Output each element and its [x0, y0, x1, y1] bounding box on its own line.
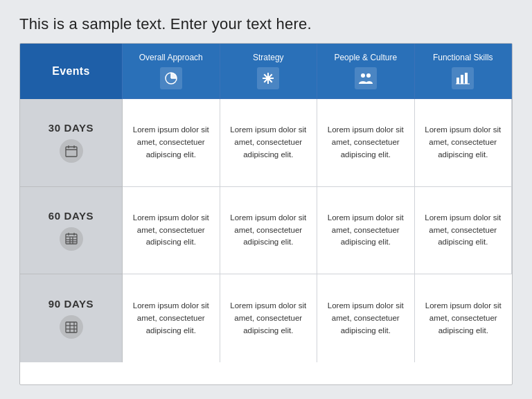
col-label-overall-approach: Overall Approach	[139, 53, 203, 64]
60-days-icon	[60, 227, 83, 251]
svg-point-9	[366, 73, 371, 78]
svg-rect-10	[456, 78, 459, 84]
cell-60-3: Lorem ipsum dolor sit amet, consectetuer…	[415, 187, 513, 275]
90-days-label: 90 DAYS	[48, 298, 94, 310]
overall-approach-icon	[160, 67, 182, 89]
col-label-functional-skills: Functional Skills	[433, 53, 493, 64]
cell-90-0: Lorem ipsum dolor sit amet, consectetuer…	[123, 274, 220, 362]
svg-rect-26	[66, 322, 77, 332]
cell-60-2: Lorem ipsum dolor sit amet, consectetuer…	[317, 187, 415, 275]
cell-30-2: Lorem ipsum dolor sit amet, consectetuer…	[317, 99, 415, 187]
col-label-people-culture: People & Culture	[334, 53, 397, 64]
col-header-overall-approach: Overall Approach	[123, 44, 220, 99]
col-header-people-culture: People & Culture	[317, 44, 415, 99]
cell-30-0: Lorem ipsum dolor sit amet, consectetuer…	[123, 99, 220, 187]
row-label-30-days: 30 DAYS	[20, 99, 123, 187]
cell-30-3: Lorem ipsum dolor sit amet, consectetuer…	[415, 99, 513, 187]
60-days-label: 60 DAYS	[48, 210, 94, 222]
table-grid: Events Overall Approach Strategy	[20, 44, 512, 384]
cell-60-1: Lorem ipsum dolor sit amet, consectetuer…	[220, 187, 318, 275]
90-days-icon	[60, 315, 83, 339]
strategy-icon	[257, 67, 279, 89]
events-header: Events	[20, 44, 123, 99]
page-wrapper: This is a sample text. Enter your text h…	[0, 0, 532, 399]
page-title: This is a sample text. Enter your text h…	[19, 15, 513, 33]
cell-90-3: Lorem ipsum dolor sit amet, consectetuer…	[415, 274, 513, 362]
main-table: Events Overall Approach Strategy	[19, 43, 513, 385]
people-icon	[355, 67, 377, 89]
cell-90-1: Lorem ipsum dolor sit amet, consectetuer…	[220, 274, 318, 362]
svg-rect-12	[465, 73, 468, 84]
row-label-60-days: 60 DAYS	[20, 187, 123, 275]
30-days-icon	[60, 139, 83, 163]
svg-rect-14	[66, 147, 77, 157]
cell-30-1: Lorem ipsum dolor sit amet, consectetuer…	[220, 99, 318, 187]
cell-90-2: Lorem ipsum dolor sit amet, consectetuer…	[317, 274, 415, 362]
events-label: Events	[52, 65, 89, 78]
svg-rect-11	[461, 75, 463, 84]
30-days-label: 30 DAYS	[48, 122, 94, 134]
svg-rect-18	[66, 234, 77, 244]
svg-point-8	[361, 73, 365, 78]
col-header-functional-skills: Functional Skills	[415, 44, 513, 99]
cell-60-0: Lorem ipsum dolor sit amet, consectetuer…	[123, 187, 220, 275]
col-header-strategy: Strategy	[220, 44, 318, 99]
functional-skills-icon	[452, 67, 474, 89]
row-label-90-days: 90 DAYS	[20, 274, 123, 362]
col-label-strategy: Strategy	[253, 53, 284, 64]
